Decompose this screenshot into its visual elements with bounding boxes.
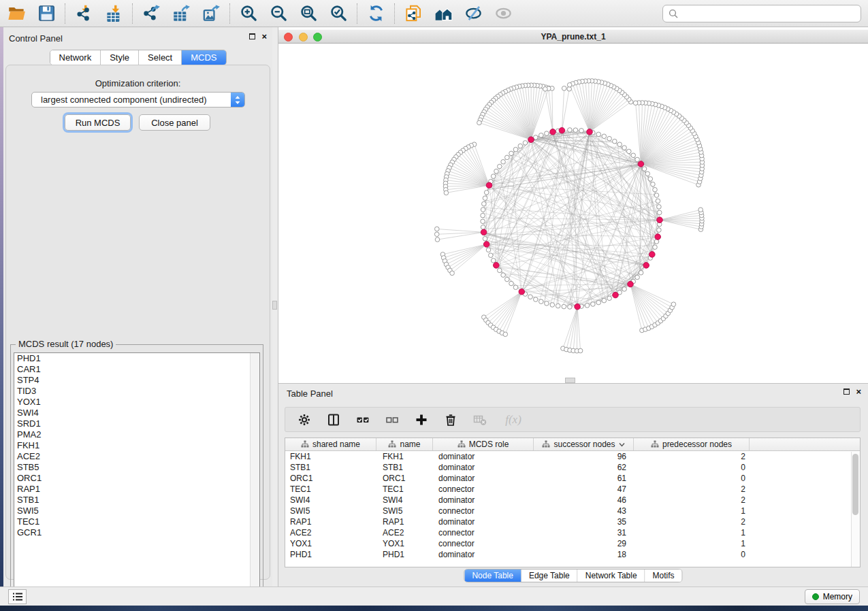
table-cell[interactable]: 96	[534, 452, 634, 461]
graph-node[interactable]	[562, 304, 566, 309]
graph-node[interactable]	[556, 303, 560, 308]
graph-node[interactable]	[613, 139, 617, 144]
network-overview-button[interactable]	[431, 2, 455, 25]
graph-hub-node[interactable]	[494, 263, 500, 269]
import-table-button[interactable]	[101, 2, 126, 25]
table-cell[interactable]: STB1	[376, 463, 433, 472]
graph-node[interactable]	[505, 277, 510, 282]
table-cell[interactable]: SWI4	[376, 495, 433, 505]
table-cell[interactable]: 29	[534, 539, 634, 548]
graph-hub-node[interactable]	[559, 127, 565, 133]
graph-hub-node[interactable]	[528, 137, 534, 143]
mcds-result-item[interactable]: SWI5	[14, 506, 259, 516]
tab-node-table[interactable]: Node Table	[464, 569, 521, 582]
mcds-result-item[interactable]: RAP1	[14, 484, 259, 495]
table-cell[interactable]: 1	[634, 539, 750, 548]
mcds-result-item[interactable]: GCR1	[14, 527, 259, 538]
graph-leaf-node[interactable]	[444, 191, 449, 195]
graph-node[interactable]	[657, 210, 662, 215]
table-row[interactable]: FKH1FKH1dominator962	[285, 451, 860, 462]
table-cell[interactable]: 43	[534, 506, 634, 516]
column-header-predecessor-nodes[interactable]: predecessor nodes	[634, 438, 750, 450]
graph-node[interactable]	[651, 182, 656, 187]
table-cell[interactable]: TEC1	[285, 484, 376, 494]
graph-node[interactable]	[635, 275, 640, 280]
run-mcds-button[interactable]: Run MCDS	[65, 114, 131, 131]
graph-node[interactable]	[505, 155, 510, 160]
close-table-panel-icon[interactable]: ×	[856, 389, 861, 395]
graph-node[interactable]	[596, 132, 601, 137]
graph-hub-node[interactable]	[613, 292, 619, 298]
table-cell[interactable]: ACE2	[285, 528, 376, 538]
table-row[interactable]: STB1STB1dominator620	[285, 462, 860, 473]
table-scrollbar-thumb[interactable]	[852, 454, 858, 515]
table-cell[interactable]: STB1	[285, 463, 376, 472]
graph-leaf-node[interactable]	[567, 83, 572, 88]
close-panel-icon[interactable]: ×	[261, 33, 267, 39]
tab-edge-table[interactable]: Edge Table	[521, 569, 578, 582]
graph-node[interactable]	[622, 146, 627, 150]
graph-node[interactable]	[509, 281, 514, 286]
graph-node[interactable]	[498, 268, 502, 273]
export-image-button[interactable]	[199, 2, 223, 25]
memory-button[interactable]: Memory	[805, 589, 860, 604]
graph-node[interactable]	[627, 149, 632, 154]
graph-hub-node[interactable]	[587, 129, 593, 135]
table-cell[interactable]: SWI5	[376, 506, 433, 516]
graph-node[interactable]	[498, 164, 502, 169]
graph-leaf-node[interactable]	[578, 348, 583, 353]
graph-node[interactable]	[513, 285, 518, 290]
graph-node[interactable]	[585, 303, 590, 308]
table-cell[interactable]: RAP1	[285, 517, 376, 527]
mcds-result-item[interactable]: ACE2	[14, 451, 259, 462]
export-network-button[interactable]	[139, 2, 163, 25]
window-maximize-button[interactable]	[313, 33, 322, 42]
graph-node[interactable]	[528, 295, 533, 299]
table-cell[interactable]: PHD1	[285, 550, 376, 559]
graph-leaf-node[interactable]	[562, 86, 566, 91]
table-cell[interactable]: 61	[534, 474, 634, 483]
zoom-fit-button[interactable]	[296, 2, 321, 25]
mcds-result-item[interactable]: TID3	[14, 386, 259, 397]
graph-node[interactable]	[607, 136, 612, 141]
graph-node[interactable]	[534, 297, 539, 302]
table-cell[interactable]: ORC1	[285, 474, 376, 483]
column-header-successor-nodes[interactable]: successor nodes	[534, 438, 634, 450]
graph-node[interactable]	[642, 167, 647, 171]
graph-leaf-node[interactable]	[698, 208, 703, 212]
vertical-splitter[interactable]	[272, 27, 278, 587]
table-cell[interactable]: SWI5	[285, 506, 376, 516]
search-input[interactable]	[682, 9, 855, 18]
tab-network[interactable]: Network	[50, 50, 101, 65]
table-cell[interactable]: TEC1	[376, 484, 433, 494]
table-cell[interactable]: 0	[634, 550, 750, 559]
mcds-result-item[interactable]: STB5	[14, 462, 259, 473]
table-cell[interactable]: 2	[634, 484, 750, 494]
graph-node[interactable]	[513, 147, 518, 152]
graph-node[interactable]	[657, 228, 662, 233]
network-canvas[interactable]	[278, 44, 868, 383]
save-session-button[interactable]	[34, 2, 59, 25]
graph-node[interactable]	[617, 142, 622, 147]
unselect-all-columns-button[interactable]	[384, 412, 400, 428]
vertical-splitter-handle[interactable]	[272, 301, 277, 310]
tab-network-table[interactable]: Network Table	[578, 569, 645, 582]
mcds-list-scrollbar[interactable]	[250, 353, 259, 594]
graph-hub-node[interactable]	[486, 182, 492, 188]
table-cell[interactable]: dominator	[433, 452, 534, 461]
graph-node[interactable]	[483, 196, 487, 201]
table-row[interactable]: PHD1PHD1dominator180	[285, 549, 860, 560]
graph-node[interactable]	[568, 305, 573, 310]
mcds-result-item[interactable]: FKH1	[14, 440, 259, 451]
columns-selector-button[interactable]	[325, 412, 342, 428]
zoom-in-button[interactable]	[236, 2, 261, 25]
table-cell[interactable]: connector	[433, 506, 534, 516]
table-cell[interactable]: 0	[634, 474, 750, 483]
table-cell[interactable]: 62	[534, 463, 634, 472]
graph-leaf-node[interactable]	[435, 237, 440, 242]
graph-node[interactable]	[550, 303, 555, 308]
graph-leaf-node[interactable]	[633, 101, 638, 105]
table-cell[interactable]: 2	[634, 517, 750, 527]
graph-node[interactable]	[631, 153, 636, 158]
graph-node[interactable]	[523, 141, 528, 146]
